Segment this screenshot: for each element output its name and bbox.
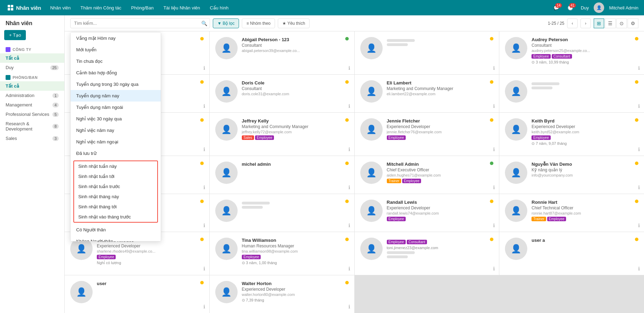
filter-no-family[interactable]: Không Người thân — [71, 236, 161, 241]
employee-card[interactable]: 👤 Abigail Peterson - 123 Consultant abig… — [210, 31, 354, 74]
create-button[interactable]: + Tạo — [4, 30, 26, 40]
card-tag: Trainer — [531, 217, 546, 221]
filter-contract-warning[interactable]: Cảnh báo hợp đồng — [71, 67, 161, 79]
filter-birthday-next-week[interactable]: Sinh nhật tuần tới — [74, 171, 157, 181]
filter-has-family[interactable]: Có Người thân — [71, 224, 161, 236]
avatar: 👤 — [360, 238, 383, 260]
grid-view-button[interactable]: ⊞ — [594, 18, 604, 28]
card-info: Ronnie Hart Chief Technical Officer ronn… — [531, 200, 638, 221]
filter-birthday-last-week[interactable]: Sinh nhật tuần trước — [74, 181, 157, 192]
card-name: Keith Byrd — [531, 118, 638, 124]
card-info-icon: ℹ — [638, 223, 640, 228]
status-dot — [200, 281, 204, 284]
sidebar-item-all-dept[interactable]: Tất cả — [0, 81, 64, 91]
nav-item-tenure[interactable]: Thâm niên Công tác — [75, 0, 126, 15]
avatar: 👤 — [505, 80, 527, 103]
nav-item-employees[interactable]: Nhân viên — [45, 0, 76, 15]
filter-unread[interactable]: Tin chưa đọc — [71, 55, 161, 67]
card-title: Consultant — [242, 43, 349, 48]
employee-card[interactable]: 👤 ℹ — [355, 31, 499, 74]
next-page-button[interactable]: › — [580, 18, 591, 28]
card-info-icon: ℹ — [493, 147, 495, 152]
filter-left-this-year[interactable]: Nghỉ việc năm nay — [71, 125, 161, 136]
filter-archived[interactable]: Đã lưu trữ — [71, 148, 161, 159]
employee-card[interactable]: 👤 Randall Lewis Experienced Developer ra… — [355, 194, 499, 232]
card-title: Experienced Developer — [242, 287, 349, 292]
birthday-filter-section: Sinh nhật tuần này Sinh nhật tuần tới Si… — [73, 161, 158, 223]
employee-card[interactable]: 👤 michel admin ℹ — [210, 156, 354, 194]
employee-card[interactable]: 👤 Nguyễn Văn Demo Kỹ năng quản lý info@y… — [499, 156, 644, 194]
card-tags: TrainerEmployee — [387, 179, 494, 183]
sidebar-item-professional-services[interactable]: Professional Services 5 — [0, 110, 64, 119]
favorites-button[interactable]: ★ Yêu thích — [278, 18, 310, 28]
card-email: sharlene.rhodes49@example.co... — [97, 249, 204, 253]
dept-icon — [6, 75, 10, 80]
card-extra: ⊙ 7,39 tháng — [242, 298, 349, 303]
card-name: Randall Lewis — [387, 200, 494, 205]
group-by-button[interactable]: ≡ Nhóm theo — [242, 18, 275, 28]
employee-card[interactable]: 👤 Jennie Fletcher Experienced Developer … — [355, 113, 499, 156]
employee-card[interactable]: 👤 ℹ — [210, 194, 354, 232]
card-info-icon: ℹ — [203, 103, 205, 109]
notifications-btn[interactable]: 🕐 41 — [565, 4, 576, 12]
employee-card[interactable]: 👤 user ℹ — [65, 275, 209, 313]
map-view-button[interactable]: ⊙ — [616, 18, 627, 28]
filter-birthday-last-month[interactable]: Sinh nhật vào tháng trước — [74, 212, 157, 222]
sidebar-item-sales[interactable]: Sales 3 — [0, 134, 64, 143]
avatar: 👤 — [215, 118, 238, 141]
filter-hired-this-year[interactable]: Tuyển dụng năm nay — [71, 90, 161, 102]
filter-new-hire[interactable]: Mới tuyển — [71, 44, 161, 55]
messages-btn[interactable]: 💬 14 — [551, 4, 562, 12]
filter-birthday-this-month[interactable]: Sinh nhật tháng này — [74, 192, 157, 202]
nav-item-departments[interactable]: Phòng/Ban — [126, 0, 158, 15]
filter-left-last-year[interactable]: Nghỉ việc năm ngoại — [71, 136, 161, 148]
avatar: 👤 — [215, 80, 238, 103]
employee-card[interactable]: 👤 Walter Horton Experienced Developer wa… — [210, 275, 354, 313]
sidebar-item-management[interactable]: Management 4 — [0, 100, 64, 110]
card-info: Nguyễn Văn Demo Kỹ năng quản lý info@you… — [531, 162, 638, 177]
employee-card[interactable]: 👤 ℹ — [499, 75, 644, 112]
card-info-icon: ℹ — [638, 185, 640, 190]
employee-card[interactable]: 👤 Keith Byrd Experienced Developer keith… — [499, 113, 644, 156]
employee-card[interactable]: 👤 user a ℹ — [499, 232, 644, 275]
card-info-icon: ℹ — [638, 65, 640, 71]
card-blurred-bar — [387, 251, 415, 254]
navbar-right: 💬 14 🕐 41 Duy 👤 Mitchell Admin — [551, 2, 641, 13]
employee-card[interactable]: 👤 EmployeeConsultant toni.jimenez23@exam… — [355, 232, 499, 275]
card-info-icon: ℹ — [348, 147, 350, 152]
employee-card[interactable]: 👤 Jeffrey Kelly Marketing and Community … — [210, 113, 354, 156]
nav-item-documents[interactable]: Tài liệu Nhân viên — [159, 0, 205, 15]
filter-birthday-next-month[interactable]: Sinh nhật tháng tới — [74, 202, 157, 212]
card-info-icon: ℹ — [203, 223, 205, 228]
employee-card[interactable]: 👤 Doris Cole Consultant doris.cole31@exa… — [210, 75, 354, 112]
employee-card[interactable]: 👤 Eli Lambert Marketing and Community Ma… — [355, 75, 499, 112]
filter-left-30[interactable]: Nghỉ việc 30 ngày qua — [71, 113, 161, 125]
filter-hired-30[interactable]: Tuyển dụng trong 30 ngày qua — [71, 79, 161, 90]
sidebar-item-research[interactable]: Research & Development 8 — [0, 119, 64, 134]
search-input[interactable] — [70, 18, 210, 28]
filter-hired-last-year[interactable]: Tuyển dụng năm ngoái — [71, 102, 161, 113]
sidebar-item-duy[interactable]: Duy 25 — [0, 63, 64, 72]
navbar-brand[interactable]: Nhân viên — [3, 5, 45, 11]
card-name: user — [97, 281, 204, 286]
employee-card[interactable]: 👤 Audrey Peterson Consultant audrey.pete… — [499, 31, 644, 74]
sidebar-item-all-company[interactable]: Tất cả — [0, 53, 64, 63]
prev-page-button[interactable]: ‹ — [567, 18, 578, 28]
card-info: Keith Byrd Experienced Developer keith.b… — [531, 118, 638, 146]
filter-absent-today[interactable]: Vắng mặt Hôm nay — [71, 32, 161, 44]
card-info: Tina Williamson Human Resources Manager … — [242, 238, 349, 265]
list-view-button[interactable]: ☰ — [605, 18, 616, 28]
nav-item-config[interactable]: Cấu hình — [205, 0, 233, 15]
filter-button[interactable]: ▼ Bộ lọc — [213, 18, 239, 28]
employee-card[interactable]: 👤 Tina Williamson Human Resources Manage… — [210, 232, 354, 275]
sidebar-item-administration[interactable]: Administration 1 — [0, 91, 64, 100]
messages-badge: 14 — [555, 3, 562, 8]
toolbar: 🔍 ▼ Bộ lọc ≡ Nhóm theo ★ Yêu thích 1-25 … — [65, 15, 644, 31]
nav-avatar[interactable]: 👤 — [594, 2, 604, 13]
employee-card[interactable]: 👤 Mitchell Admin Chief Executive Officer… — [355, 156, 499, 194]
employee-card[interactable]: 👤 Ronnie Hart Chief Technical Officer ro… — [499, 194, 644, 232]
card-info: Randall Lewis Experienced Developer rand… — [387, 200, 494, 221]
settings-view-button[interactable]: ⚙ — [628, 18, 638, 28]
filter-birthday-this-week[interactable]: Sinh nhật tuần này — [74, 161, 157, 171]
card-email: walter.horton80@example.com — [242, 292, 349, 297]
